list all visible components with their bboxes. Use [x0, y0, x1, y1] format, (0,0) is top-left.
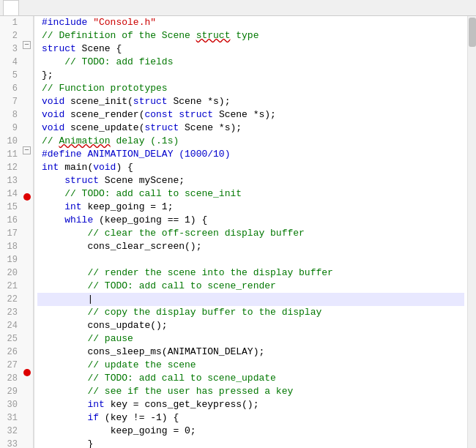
line-number-column: 1234567891011121314151617181920212223242…	[0, 16, 21, 448]
scrollbar-thumb[interactable]	[469, 18, 476, 47]
line-number: 25	[3, 332, 18, 346]
editor-container: 1234567891011121314151617181920212223242…	[0, 0, 476, 448]
code-line: };	[37, 69, 464, 82]
comment-token: type	[230, 30, 259, 41]
code-line: // TODO: add call to scene_update	[37, 372, 464, 385]
code-line: |	[37, 293, 464, 306]
keyword-token: struct	[42, 43, 76, 54]
line-number: 17	[3, 227, 18, 240]
gutter-cell	[21, 413, 33, 425]
breakpoint-dot[interactable]	[23, 193, 31, 201]
line-number: 2	[3, 29, 18, 42]
code-lines[interactable]: #include "Console.h"// Definition of the…	[34, 16, 467, 448]
gutter-cell[interactable]	[21, 367, 33, 378]
gutter-cell	[21, 320, 33, 332]
string-token: "Console.h"	[93, 17, 156, 28]
line-number: 10	[3, 135, 18, 148]
comment-token: // copy the display buffer to the displa…	[87, 307, 321, 318]
code-line: if (key != -1) {	[37, 411, 464, 425]
gutter-cell	[21, 390, 33, 402]
gutter-cell	[21, 378, 33, 390]
gutter-cell	[21, 401, 33, 413]
code-line: // render the scene into the display buf…	[37, 266, 464, 280]
file-tab[interactable]	[3, 0, 19, 15]
code-line	[37, 253, 464, 266]
preprocessor-token: #define ANIMATION_DELAY (1000/10)	[42, 149, 230, 160]
line-number: 12	[3, 161, 18, 174]
code-line: // copy the display buffer to the displa…	[37, 306, 464, 319]
keyword-token: void	[93, 162, 116, 173]
fold-icon[interactable]: −	[23, 146, 31, 154]
line-number: 30	[3, 398, 18, 411]
line-number: 11	[3, 148, 18, 161]
gutter-cell	[21, 355, 33, 367]
code-line: // Function prototypes	[37, 82, 464, 95]
keyword-token: void	[42, 109, 64, 120]
comment-underline-token: struct	[196, 30, 231, 41]
line-number: 3	[3, 42, 18, 56]
line-number: 21	[3, 280, 18, 293]
line-number: 20	[3, 266, 18, 280]
gutter-cell	[21, 343, 33, 355]
gutter-cell	[21, 214, 33, 226]
breakpoint-dot[interactable]	[23, 369, 31, 376]
gutter-cell	[21, 296, 33, 308]
plain-token: cons_update();	[87, 320, 167, 331]
keyword-token: void	[42, 122, 64, 133]
gutter-cell[interactable]: −	[21, 40, 33, 51]
gutter-cell	[21, 28, 33, 40]
line-number: 33	[3, 438, 18, 448]
code-line: #define ANIMATION_DELAY (1000/10)	[37, 148, 464, 161]
comment-token: // update the scene	[87, 359, 196, 370]
gutter-cell	[21, 51, 33, 63]
comment-token: // see if the user has pressed a key	[87, 386, 293, 397]
plain-token: (keep_going == 1) {	[93, 214, 207, 225]
gutter-cell	[21, 86, 33, 98]
gutter-cell	[21, 238, 33, 250]
code-line: int main(void) {	[37, 161, 464, 174]
gutter-cell	[21, 203, 33, 214]
gutter-cell	[21, 63, 33, 75]
comment-token: // TODO: add call to scene_render	[87, 280, 275, 291]
plain-token: Scene *s);	[213, 109, 276, 120]
code-line: // pause	[37, 332, 464, 346]
plain-token: (key != -1) {	[99, 412, 179, 423]
gutter-cell	[21, 250, 33, 261]
keyword-token: int	[42, 162, 59, 173]
code-line: #include "Console.h"	[37, 16, 464, 29]
code-line: struct Scene {	[37, 42, 464, 56]
plain-token: Scene myScene;	[99, 175, 185, 186]
code-line: // TODO: add call to scene_init	[37, 187, 464, 201]
plain-token: }	[87, 438, 93, 448]
plain-token: scene_render(	[64, 109, 144, 120]
code-line: while (keep_going == 1) {	[37, 214, 464, 227]
gutter-cell	[21, 110, 33, 122]
plain-token: ) {	[116, 162, 133, 173]
fold-icon[interactable]: −	[23, 41, 31, 49]
line-number: 8	[3, 108, 18, 122]
line-number: 1	[3, 16, 18, 29]
line-number: 13	[3, 174, 18, 187]
code-line: cons_update();	[37, 319, 464, 332]
gutter-cell	[21, 308, 33, 320]
keyword-token: struct	[179, 109, 213, 120]
gutter-cell	[21, 226, 33, 238]
vertical-scrollbar[interactable]	[467, 16, 476, 448]
gutter-cell[interactable]: −	[21, 144, 33, 156]
fold-gutter: −−	[21, 16, 34, 448]
comment-token: // Definition of the Scene	[42, 30, 196, 41]
keyword-token: void	[42, 96, 64, 107]
comment-token: // TODO: add fields	[64, 56, 173, 67]
gutter-cell	[21, 261, 33, 273]
code-line: void scene_update(struct Scene *s);	[37, 122, 464, 135]
line-number: 5	[3, 69, 18, 82]
preprocessor-token: #include	[42, 17, 93, 28]
comment-token: // render the scene into the display buf…	[87, 267, 332, 278]
plain-token: Scene *s);	[179, 122, 242, 133]
gutter-cell[interactable]	[21, 191, 33, 203]
tab-bar	[0, 0, 476, 16]
code-line: // Definition of the Scene struct type	[37, 29, 464, 42]
plain-token: scene_update(	[64, 122, 144, 133]
line-number: 9	[3, 122, 18, 135]
line-number: 32	[3, 425, 18, 438]
